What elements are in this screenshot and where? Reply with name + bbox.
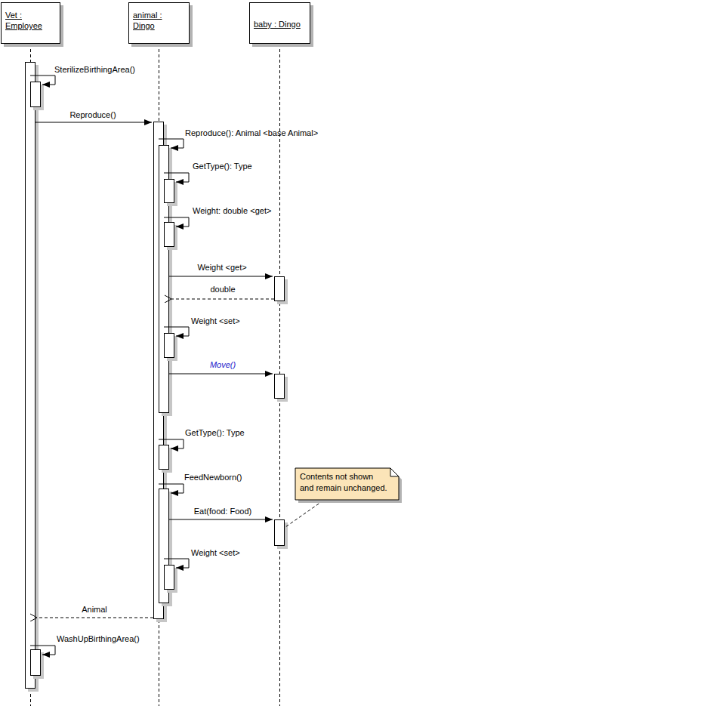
- message-label-reproduce[interactable]: Reproduce(): [48, 110, 138, 120]
- activation-vet-main[interactable]: [25, 62, 35, 689]
- participant-vet[interactable]: Vet : Employee: [1, 2, 60, 44]
- participant-animal[interactable]: animal : Dingo: [128, 2, 190, 44]
- participant-animal-name-line2: Dingo: [133, 20, 187, 31]
- message-label-reproduce-self[interactable]: Reproduce(): Animal <base Animal>: [185, 128, 318, 138]
- note-text[interactable]: Contents not shown and remain unchanged.: [300, 471, 387, 494]
- note-connector-line: [285, 501, 323, 527]
- message-label-gettype2[interactable]: GetType(): Type: [185, 428, 245, 438]
- message-label-double-return[interactable]: double: [177, 285, 268, 294]
- note-text-line2: and remain unchanged.: [300, 482, 387, 494]
- participant-baby[interactable]: baby : Dingo: [249, 2, 310, 44]
- message-label-feednewborn[interactable]: FeedNewborn(): [184, 473, 242, 482]
- activation-animal-gettype1[interactable]: [164, 179, 174, 203]
- message-label-animal-return[interactable]: Animal: [49, 605, 140, 615]
- activation-animal-weight-double-get[interactable]: [164, 222, 174, 247]
- participant-vet-name-line2: Employee: [5, 20, 58, 31]
- activation-baby-weight-get[interactable]: [274, 276, 285, 301]
- message-label-weight-double-get[interactable]: Weight: double <get>: [193, 206, 271, 216]
- activation-baby-move[interactable]: [274, 374, 285, 399]
- note-fold-icon: [390, 468, 399, 476]
- activation-vet-washup[interactable]: [30, 649, 41, 676]
- participant-baby-name: baby : Dingo: [254, 19, 308, 29]
- activation-vet-sterilize[interactable]: [30, 82, 41, 107]
- activation-animal-weight-set2[interactable]: [164, 565, 174, 590]
- message-label-weight-set2[interactable]: Weight <set>: [191, 548, 240, 558]
- message-label-weight-get[interactable]: Weight <get>: [177, 263, 267, 273]
- message-label-gettype1[interactable]: GetType(): Type: [193, 162, 252, 171]
- message-label-washup[interactable]: WashUpBirthingArea(): [57, 634, 140, 644]
- message-label-move[interactable]: Move(): [177, 360, 268, 370]
- message-label-weight-set1[interactable]: Weight <set>: [191, 316, 240, 326]
- message-label-eat[interactable]: Eat(food: Food): [177, 507, 268, 516]
- message-label-sterilize[interactable]: SterilizeBirthingArea(): [54, 65, 135, 75]
- participant-vet-name-line1: Vet :: [5, 10, 58, 20]
- activation-animal-weight-set1[interactable]: [164, 333, 174, 358]
- note-text-line1: Contents not shown: [300, 471, 387, 482]
- activation-animal-gettype2[interactable]: [159, 445, 169, 470]
- activation-baby-eat[interactable]: [274, 519, 285, 546]
- sequence-diagram-canvas: Vet : Employee animal : Dingo baby : Din…: [0, 0, 728, 712]
- participant-animal-name-line1: animal :: [133, 10, 187, 20]
